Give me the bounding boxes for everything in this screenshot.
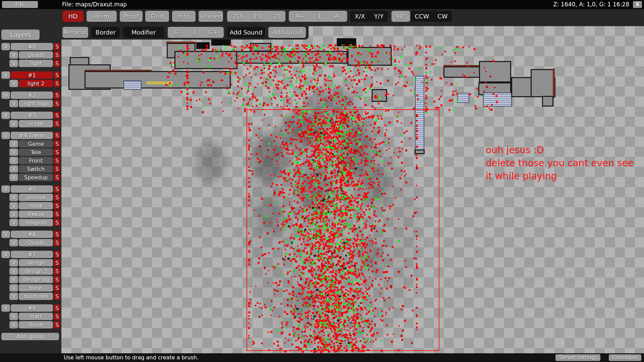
visibility-toggle[interactable]: V	[9, 293, 18, 300]
layer-label[interactable]: #2	[11, 92, 53, 99]
map-canvas[interactable]: ouh jesus :Ddelete those you cant even s…	[61, 26, 644, 353]
visibility-toggle[interactable]: V	[1, 112, 10, 119]
layer-label[interactable]: design bg	[19, 276, 53, 283]
info-button[interactable]: Info	[172, 11, 196, 22]
layer-label[interactable]: #7	[11, 251, 53, 258]
save-flag[interactable]: S	[54, 251, 60, 258]
visibility-toggle[interactable]: V	[9, 321, 18, 328]
visibility-toggle[interactable]: V	[9, 194, 18, 201]
layer-label[interactable]: finish	[19, 321, 53, 328]
layer-label[interactable]: #0	[11, 43, 53, 50]
save-flag[interactable]: S	[54, 165, 60, 173]
visibility-toggle[interactable]: V	[9, 219, 18, 226]
layer-label[interactable]: design	[19, 259, 53, 266]
visibility-toggle[interactable]: V	[9, 284, 18, 292]
visibility-toggle[interactable]: V	[1, 71, 10, 79]
layer-label[interactable]: #1	[11, 71, 53, 79]
visibility-toggle[interactable]: V	[9, 60, 18, 67]
layer-label[interactable]: bush red	[19, 293, 53, 300]
layer-label[interactable]: Switch	[19, 165, 53, 173]
layer-label[interactable]: light 2	[19, 80, 53, 87]
layer-label[interactable]: Speedup	[19, 174, 53, 181]
visibility-toggle[interactable]: V	[9, 174, 18, 181]
layer-label[interactable]: light	[19, 60, 53, 67]
refocus-button[interactable]: Refocus	[62, 27, 88, 38]
save-flag[interactable]: S	[54, 194, 60, 201]
save-flag[interactable]: S	[54, 60, 60, 67]
save-flag[interactable]: S	[54, 284, 60, 292]
zoom-group-1-1[interactable]: 1:1	[251, 13, 265, 20]
rotate-dir-group-cw[interactable]: CW	[435, 13, 449, 20]
save-flag[interactable]: S	[54, 304, 60, 312]
anim-speed-group-a-[interactable]: A-	[332, 13, 342, 20]
save-flag[interactable]: S	[54, 239, 60, 246]
file-menu-button[interactable]: File	[2, 1, 38, 8]
proof-button[interactable]: Proof	[120, 11, 143, 22]
layer-label[interactable]: freeze	[19, 210, 53, 218]
visibility-toggle[interactable]: V	[9, 51, 18, 59]
save-flag[interactable]: S	[54, 174, 60, 181]
layer-label[interactable]: design 2	[19, 267, 53, 275]
zoom-group-zi[interactable]: ZI	[272, 13, 282, 20]
layer-label[interactable]: script	[19, 120, 53, 127]
visibility-toggle[interactable]: V	[9, 140, 18, 147]
layer-label[interactable]: Front	[19, 157, 53, 164]
save-flag[interactable]: S	[54, 313, 60, 320]
anim-speed-group-a-[interactable]: A+	[293, 13, 306, 20]
visibility-toggle[interactable]: V	[1, 132, 10, 139]
save-flag[interactable]: S	[54, 219, 60, 226]
hidden-toggle[interactable]: H	[1, 92, 10, 99]
save-flag[interactable]: S	[54, 321, 60, 328]
envelopes-button[interactable]: Envelopes	[609, 354, 641, 361]
save-flag[interactable]: S	[54, 120, 60, 127]
visibility-toggle[interactable]: V	[9, 120, 18, 127]
save-flag[interactable]: S	[54, 267, 60, 275]
visibility-toggle[interactable]: V	[1, 43, 10, 50]
add-group-button[interactable]: Add group	[1, 333, 59, 340]
grid-button[interactable]: Grid	[145, 11, 169, 22]
grid-factor-group-g-[interactable]: G-	[172, 29, 182, 36]
layer-label[interactable]: #8	[11, 304, 53, 312]
save-flag[interactable]: S	[54, 80, 60, 87]
save-flag[interactable]: S	[54, 231, 60, 238]
layer-label[interactable]: Game	[19, 140, 53, 147]
save-flag[interactable]: S	[54, 210, 60, 218]
server-settings-button[interactable]: Server settings	[555, 354, 600, 361]
layer-label[interactable]: start	[19, 313, 53, 320]
visibility-toggle[interactable]: V	[9, 148, 18, 156]
flip-group-y-y[interactable]: Y/Y	[372, 13, 385, 20]
visibility-toggle[interactable]: V	[1, 251, 10, 258]
visibility-toggle[interactable]: V	[9, 239, 18, 246]
save-flag[interactable]: S	[54, 112, 60, 119]
zoom-group-zo[interactable]: ZO	[231, 13, 244, 20]
close-icon[interactable]: X	[633, 1, 642, 8]
save-flag[interactable]: S	[54, 92, 60, 99]
layer-label[interactable]: hook	[19, 202, 53, 209]
visibility-toggle[interactable]: V	[9, 165, 18, 173]
save-flag[interactable]: S	[54, 100, 60, 107]
visibility-toggle[interactable]: V	[9, 80, 18, 87]
visibility-toggle[interactable]: V	[9, 157, 18, 164]
save-flag[interactable]: S	[54, 51, 60, 59]
grid-factor-group-g-[interactable]: G+	[206, 29, 220, 36]
layer-label[interactable]: #3	[11, 112, 53, 119]
anim-speed-group-1[interactable]: 1	[316, 13, 323, 20]
save-flag[interactable]: S	[54, 276, 60, 283]
visibility-toggle[interactable]: V	[9, 267, 18, 275]
anim-button[interactable]: Anim	[87, 11, 117, 22]
visibility-toggle[interactable]: V	[9, 313, 18, 320]
layer-label[interactable]: bush	[19, 284, 53, 292]
save-flag[interactable]: S	[54, 185, 60, 193]
layer-label[interactable]: #4 Game	[11, 132, 53, 139]
save-flag[interactable]: S	[54, 293, 60, 300]
layer-label[interactable]: Quads	[19, 51, 53, 59]
hd-button[interactable]: HD	[62, 11, 84, 22]
visibility-toggle[interactable]: V	[1, 304, 10, 312]
save-flag[interactable]: S	[54, 148, 60, 156]
modifier-button[interactable]: Modifier	[123, 27, 164, 38]
layer-label[interactable]: Quads	[19, 239, 53, 246]
layer-label[interactable]: unhook	[19, 194, 53, 201]
rotate-dir-group-ccw[interactable]: CCW	[413, 13, 431, 20]
layer-label[interactable]: #5	[11, 185, 53, 193]
add-quad-button[interactable]: Add Quad	[268, 27, 306, 38]
